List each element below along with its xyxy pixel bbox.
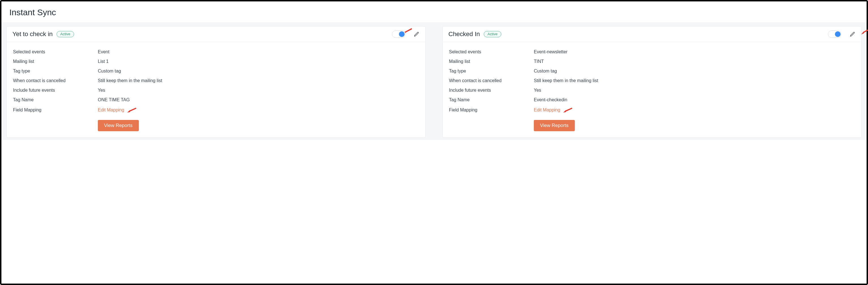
enable-toggle[interactable] xyxy=(392,31,405,38)
value-selected-events: Event-newsletter xyxy=(534,49,855,55)
row-mailing-list: Mailing list List 1 xyxy=(13,57,419,66)
page-title: Instant Sync xyxy=(1,1,867,22)
card-header: Checked In Active xyxy=(443,27,861,42)
row-field-mapping: Field Mapping Edit Mapping xyxy=(13,105,419,116)
row-field-mapping: Field Mapping Edit Mapping xyxy=(449,105,855,116)
value-mailing-list: List 1 xyxy=(98,59,419,64)
view-reports-button[interactable]: View Reports xyxy=(534,120,575,131)
toggle-knob xyxy=(835,31,841,37)
value-tag-type: Custom tag xyxy=(534,69,855,74)
row-tag-name: Tag Name ONE TIME TAG xyxy=(13,95,419,105)
label-include-future: Include future events xyxy=(13,88,98,93)
label-include-future: Include future events xyxy=(449,88,534,93)
value-when-cancelled: Still keep them in the mailing list xyxy=(534,78,855,83)
row-tag-name: Tag Name Event-checkedin xyxy=(449,95,855,105)
value-tag-name: ONE TIME TAG xyxy=(98,97,419,102)
row-selected-events: Selected events Event xyxy=(13,47,419,57)
row-include-future: Include future events Yes xyxy=(449,85,855,95)
sync-card-yet-to-check-in: Yet to check in Active Selected events E… xyxy=(6,26,426,138)
card-title: Checked In xyxy=(448,31,480,38)
row-tag-type: Tag type Custom tag xyxy=(13,66,419,76)
label-selected-events: Selected events xyxy=(449,49,534,55)
value-tag-type: Custom tag xyxy=(98,69,419,74)
value-field-mapping: Edit Mapping xyxy=(534,107,855,114)
label-selected-events: Selected events xyxy=(13,49,98,55)
status-badge: Active xyxy=(57,31,74,38)
card-body: Selected events Event-newsletter Mailing… xyxy=(443,42,861,137)
app-frame: Instant Sync Yet to check in Active Sel xyxy=(0,0,868,285)
value-mailing-list: TINT xyxy=(534,59,855,64)
row-when-cancelled: When contact is cancelled Still keep the… xyxy=(449,76,855,85)
value-when-cancelled: Still keep them in the mailing list xyxy=(98,78,419,83)
svg-rect-3 xyxy=(129,108,136,111)
row-selected-events: Selected events Event-newsletter xyxy=(449,47,855,57)
label-tag-type: Tag type xyxy=(13,69,98,74)
label-when-cancelled: When contact is cancelled xyxy=(449,78,534,83)
label-tag-name: Tag Name xyxy=(13,97,98,102)
value-include-future: Yes xyxy=(98,88,419,93)
label-field-mapping: Field Mapping xyxy=(13,108,98,113)
edit-mapping-link[interactable]: Edit Mapping xyxy=(534,108,560,112)
view-reports-button[interactable]: View Reports xyxy=(98,120,139,131)
toggle-knob xyxy=(399,31,405,37)
label-mailing-list: Mailing list xyxy=(449,59,534,64)
label-mailing-list: Mailing list xyxy=(13,59,98,64)
card-header: Yet to check in Active xyxy=(7,27,425,42)
svg-marker-4 xyxy=(861,32,864,34)
action-area: View Reports xyxy=(98,116,419,131)
svg-rect-7 xyxy=(565,108,572,111)
enable-toggle[interactable] xyxy=(828,31,841,38)
card-title: Yet to check in xyxy=(12,31,53,38)
annotation-arrow-icon xyxy=(127,107,138,114)
row-tag-type: Tag type Custom tag xyxy=(449,66,855,76)
cards-area: Yet to check in Active Selected events E… xyxy=(1,22,867,140)
row-include-future: Include future events Yes xyxy=(13,85,419,95)
row-when-cancelled: When contact is cancelled Still keep the… xyxy=(13,76,419,85)
pencil-icon[interactable] xyxy=(849,31,856,37)
annotation-arrow-icon xyxy=(861,27,868,36)
label-tag-name: Tag Name xyxy=(449,97,534,102)
svg-rect-5 xyxy=(863,28,868,33)
value-selected-events: Event xyxy=(98,49,419,55)
label-field-mapping: Field Mapping xyxy=(449,108,534,113)
sync-card-checked-in: Checked In Active Selected events Event-… xyxy=(442,26,862,138)
row-mailing-list: Mailing list TINT xyxy=(449,57,855,66)
action-area: View Reports xyxy=(534,116,855,131)
value-include-future: Yes xyxy=(534,88,855,93)
status-badge: Active xyxy=(484,31,501,38)
value-field-mapping: Edit Mapping xyxy=(98,107,419,114)
label-when-cancelled: When contact is cancelled xyxy=(13,78,98,83)
card-body: Selected events Event Mailing list List … xyxy=(7,42,425,137)
pencil-icon[interactable] xyxy=(413,31,420,37)
label-tag-type: Tag type xyxy=(449,69,534,74)
edit-mapping-link[interactable]: Edit Mapping xyxy=(98,108,124,112)
value-tag-name: Event-checkedin xyxy=(534,97,855,102)
annotation-arrow-icon xyxy=(563,107,574,114)
